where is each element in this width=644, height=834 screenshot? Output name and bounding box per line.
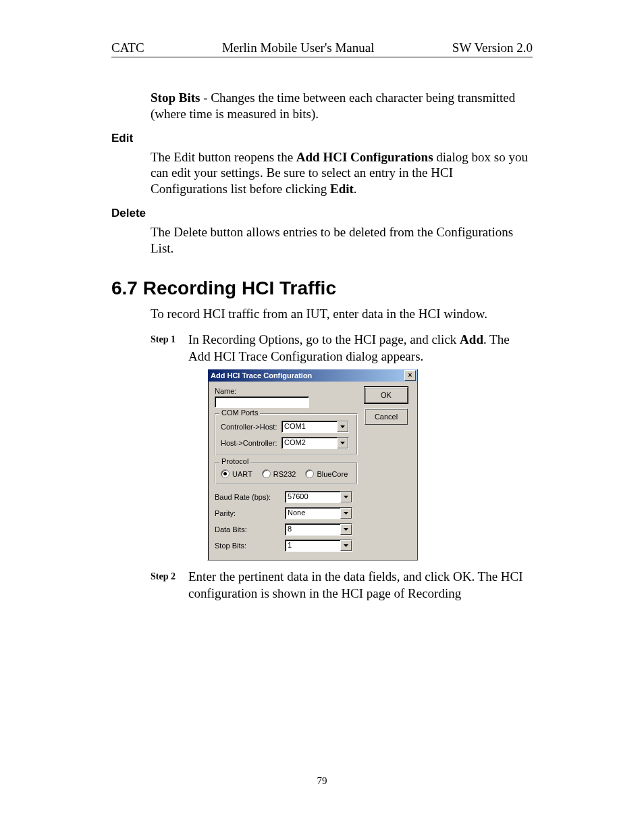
controller-host-combo[interactable]: COM1 — [281, 421, 349, 433]
stop-bits-combo[interactable]: 1 — [285, 540, 352, 552]
protocol-group: Protocol UART RS232 BlueCore — [215, 462, 358, 484]
step-2-label: Step 2 — [151, 569, 188, 602]
dialog-left-column: Name: COM Ports Controller->Host: COM1 H… — [215, 387, 358, 552]
data-bits-value: 8 — [286, 524, 340, 535]
add-hci-trace-configuration-dialog: Add HCI Trace Configuration × Name: COM … — [207, 369, 418, 561]
close-button[interactable]: × — [404, 370, 416, 381]
controller-host-label: Controller->Host: — [221, 423, 281, 431]
stop-bits-desc: - Changes the time between each characte… — [151, 90, 515, 121]
dialog-title: Add HCI Trace Configuration — [211, 371, 312, 380]
parity-combo[interactable]: None — [285, 507, 352, 519]
protocol-uart-label: UART — [232, 470, 252, 478]
step-2-body: Enter the pertinent data in the data fie… — [188, 569, 533, 602]
stop-bits-value: 1 — [286, 540, 340, 551]
chevron-down-icon — [340, 492, 352, 502]
baud-rate-label: Baud Rate (bps): — [215, 493, 285, 501]
baud-rate-value: 57600 — [286, 492, 340, 502]
step1-a: In Recording Options, go to the HCI page… — [188, 332, 460, 346]
step1-b: Add — [460, 332, 483, 346]
radio-icon — [305, 469, 314, 478]
radio-icon — [262, 469, 271, 478]
stop-bits-paragraph: Stop Bits - Changes the time between eac… — [151, 90, 533, 122]
dialog-titlebar: Add HCI Trace Configuration × — [208, 369, 417, 382]
edit-text-b: Add HCI Configurations — [296, 150, 433, 164]
section-intro: To record HCI traffic from an IUT, enter… — [151, 306, 533, 322]
protocol-bluecore-radio[interactable]: BlueCore — [305, 469, 348, 478]
delete-text: The Delete button allows entries to be d… — [151, 224, 533, 257]
cancel-button[interactable]: Cancel — [365, 409, 408, 425]
svg-marker-3 — [344, 512, 348, 515]
step-1-row: Step 1 In Recording Options, go to the H… — [151, 332, 533, 365]
section-intro-text: To record HCI traffic from an IUT, enter… — [151, 306, 533, 322]
data-bits-label: Data Bits: — [215, 525, 285, 533]
step-2-row: Step 2 Enter the pertinent data in the d… — [151, 569, 533, 602]
header-center: Merlin Mobile User's Manual — [222, 41, 375, 55]
stop-bits-label: Stop Bits: — [215, 542, 285, 550]
svg-marker-2 — [344, 496, 348, 498]
step-1-label: Step 1 — [151, 332, 188, 365]
com-ports-group: COM Ports Controller->Host: COM1 Host->C… — [215, 413, 358, 455]
svg-marker-4 — [344, 528, 348, 531]
parity-value: None — [286, 508, 340, 519]
section-heading: 6.7 Recording HCI Traffic — [111, 278, 533, 299]
protocol-bluecore-label: BlueCore — [317, 470, 348, 478]
host-controller-combo[interactable]: COM2 — [281, 437, 349, 449]
stop-bits-term: Stop Bits — [151, 90, 200, 105]
chevron-down-icon — [340, 540, 352, 551]
name-input[interactable] — [215, 396, 309, 408]
chevron-down-icon — [340, 508, 352, 519]
data-bits-combo[interactable]: 8 — [285, 523, 352, 536]
edit-paragraph: The Edit button reopens the Add HCI Conf… — [151, 149, 533, 197]
svg-marker-1 — [340, 442, 345, 444]
edit-text-e: . — [354, 182, 357, 196]
dialog-body: Name: COM Ports Controller->Host: COM1 H… — [208, 382, 417, 560]
controller-host-value: COM1 — [282, 421, 337, 432]
edit-text-d: Edit — [330, 182, 354, 196]
header-right: SW Version 2.0 — [452, 41, 533, 55]
edit-heading: Edit — [111, 132, 533, 145]
protocol-title: Protocol — [219, 457, 250, 465]
header-left: CATC — [111, 41, 144, 55]
edit-text-a: The Edit button reopens the — [151, 150, 296, 164]
chevron-down-icon — [340, 524, 352, 535]
host-controller-label: Host->Controller: — [221, 439, 281, 447]
host-controller-value: COM2 — [282, 438, 337, 448]
chevron-down-icon — [337, 438, 348, 448]
radio-icon — [221, 469, 230, 478]
page-header: CATC Merlin Mobile User's Manual SW Vers… — [111, 41, 533, 57]
delete-paragraph: The Delete button allows entries to be d… — [151, 224, 533, 257]
chevron-down-icon — [337, 421, 348, 432]
svg-marker-0 — [340, 425, 345, 428]
manual-page: CATC Merlin Mobile User's Manual SW Vers… — [0, 0, 644, 834]
protocol-rs232-label: RS232 — [273, 470, 296, 478]
step-1-body: In Recording Options, go to the HCI page… — [188, 332, 533, 365]
ok-button[interactable]: OK — [365, 387, 408, 403]
parity-label: Parity: — [215, 509, 285, 517]
svg-marker-5 — [344, 544, 348, 547]
delete-heading: Delete — [111, 207, 533, 220]
close-icon: × — [408, 372, 412, 379]
protocol-uart-radio[interactable]: UART — [221, 469, 252, 478]
dialog-right-column: OK Cancel — [365, 387, 410, 552]
com-ports-title: COM Ports — [219, 409, 260, 417]
baud-rate-combo[interactable]: 57600 — [285, 491, 352, 503]
page-number: 79 — [0, 775, 644, 787]
name-label: Name: — [215, 387, 358, 395]
protocol-rs232-radio[interactable]: RS232 — [262, 469, 296, 478]
